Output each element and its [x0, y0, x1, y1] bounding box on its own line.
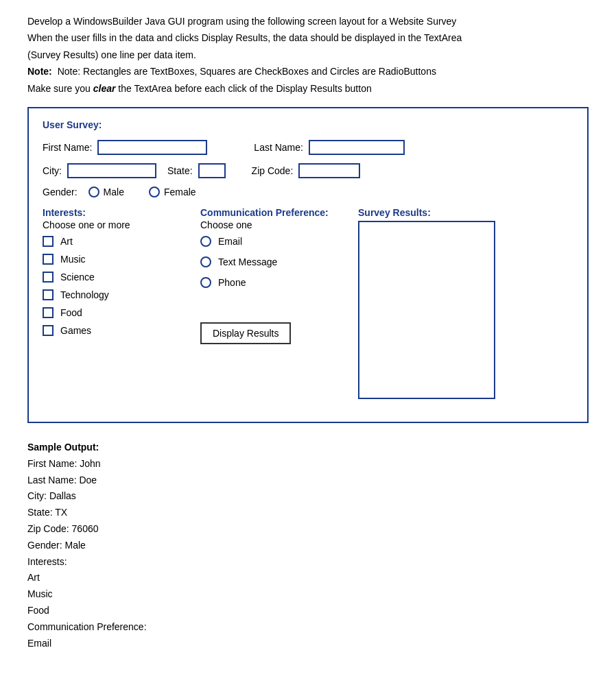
zip-label: Zip Code: — [252, 165, 294, 176]
gender-female-radio[interactable] — [149, 187, 160, 197]
last-name-input[interactable] — [309, 140, 405, 155]
interests-column: Interests: Choose one or more Art Music … — [43, 207, 200, 401]
comm-textmsg-label: Text Message — [218, 256, 277, 267]
sample-output: Sample Output: First Name: John Last Nam… — [27, 440, 589, 651]
gender-row: Gender: Male Female — [43, 187, 573, 197]
interest-technology-checkbox[interactable] — [43, 289, 54, 300]
sample-output-heading: Sample Output: — [27, 442, 99, 453]
sample-line-6: Interests: — [27, 554, 589, 571]
interest-food-item[interactable]: Food — [43, 307, 200, 318]
sample-line-10: Communication Preference: — [27, 619, 589, 636]
survey-box: User Survey: First Name: Last Name: City… — [27, 107, 589, 423]
interest-art-item[interactable]: Art — [43, 236, 200, 247]
instruction-clear: Make sure you clear the TextArea before … — [27, 81, 589, 96]
last-name-label: Last Name: — [254, 142, 303, 153]
comm-email-radio[interactable] — [200, 236, 211, 247]
sample-line-11: Email — [27, 636, 589, 652]
results-column: Survey Results: — [358, 207, 573, 401]
interest-art-checkbox[interactable] — [43, 236, 54, 247]
interest-art-label: Art — [60, 236, 73, 247]
sample-line-4: Zip Code: 76060 — [27, 521, 589, 538]
gender-female-option[interactable]: Female — [149, 187, 196, 197]
sample-line-2: City: Dallas — [27, 488, 589, 505]
survey-results-textarea[interactable] — [358, 221, 495, 399]
gender-male-radio[interactable] — [88, 187, 99, 197]
first-name-label: First Name: — [43, 142, 92, 153]
sample-line-8: Music — [27, 586, 589, 603]
interest-technology-item[interactable]: Technology — [43, 289, 200, 300]
interest-food-label: Food — [60, 307, 82, 318]
comm-label: Communication Preference: — [200, 207, 358, 218]
interest-music-checkbox[interactable] — [43, 254, 54, 265]
instruction-note: Note: Note: Rectangles are TextBoxes, Sq… — [27, 64, 589, 79]
state-input[interactable] — [198, 163, 226, 178]
instruction-line3: (Survey Results) one line per data item. — [27, 47, 589, 62]
comm-textmsg-radio[interactable] — [200, 256, 211, 267]
sample-line-7: Art — [27, 570, 589, 586]
interest-technology-label: Technology — [60, 289, 109, 300]
interest-music-label: Music — [60, 254, 86, 265]
survey-title: User Survey: — [43, 119, 573, 130]
comm-email-item[interactable]: Email — [200, 236, 358, 247]
interest-music-item[interactable]: Music — [43, 254, 200, 265]
gender-male-label: Male — [104, 187, 124, 197]
city-label: City: — [43, 165, 62, 176]
note-text: Note: Rectangles are TextBoxes, Squares … — [58, 66, 436, 77]
sample-line-1: Last Name: Doe — [27, 472, 589, 489]
comm-phone-item[interactable]: Phone — [200, 277, 358, 288]
comm-textmsg-item[interactable]: Text Message — [200, 256, 358, 267]
interest-food-checkbox[interactable] — [43, 307, 54, 318]
state-label: State: — [167, 165, 193, 176]
sample-line-3: State: TX — [27, 505, 589, 521]
name-row: First Name: Last Name: — [43, 140, 573, 155]
clear-text-after: the TextArea before each click of the Di… — [115, 83, 371, 94]
instruction-line1: Develop a WindowsBuilder Java GUI progra… — [27, 14, 589, 29]
sample-line-5: Gender: Male — [27, 538, 589, 554]
note-bold: Note: — [27, 66, 52, 77]
zip-input[interactable] — [298, 163, 360, 178]
comm-phone-radio[interactable] — [200, 277, 211, 288]
interests-label: Interests: — [43, 207, 200, 218]
first-name-input[interactable] — [97, 140, 207, 155]
interests-sublabel: Choose one or more — [43, 219, 200, 230]
comm-phone-label: Phone — [218, 277, 246, 288]
comm-sublabel: Choose one — [200, 219, 358, 230]
sample-line-0: First Name: John — [27, 456, 589, 472]
interest-science-label: Science — [60, 272, 95, 283]
interest-games-item[interactable]: Games — [43, 325, 200, 336]
instruction-line2: When the user fills in the data and clic… — [27, 30, 589, 45]
gender-label: Gender: — [43, 187, 78, 197]
comm-email-label: Email — [218, 236, 242, 247]
interests-comm-row: Interests: Choose one or more Art Music … — [43, 207, 573, 401]
instructions: Develop a WindowsBuilder Java GUI progra… — [27, 14, 589, 96]
interest-games-label: Games — [60, 325, 91, 336]
display-btn-container: Display Results — [200, 315, 358, 344]
clear-text-before: Make sure you — [27, 83, 93, 94]
gender-male-option[interactable]: Male — [88, 187, 124, 197]
city-state-row: City: State: Zip Code: — [43, 163, 573, 178]
sample-line-9: Food — [27, 603, 589, 619]
display-results-button[interactable]: Display Results — [200, 322, 291, 344]
city-input[interactable] — [67, 163, 156, 178]
interest-games-checkbox[interactable] — [43, 325, 54, 336]
interest-science-checkbox[interactable] — [43, 272, 54, 283]
gender-female-label: Female — [164, 187, 196, 197]
comm-column: Communication Preference: Choose one Ema… — [200, 207, 358, 401]
results-label: Survey Results: — [358, 207, 573, 218]
interest-science-item[interactable]: Science — [43, 272, 200, 283]
clear-bold: clear — [93, 83, 116, 94]
